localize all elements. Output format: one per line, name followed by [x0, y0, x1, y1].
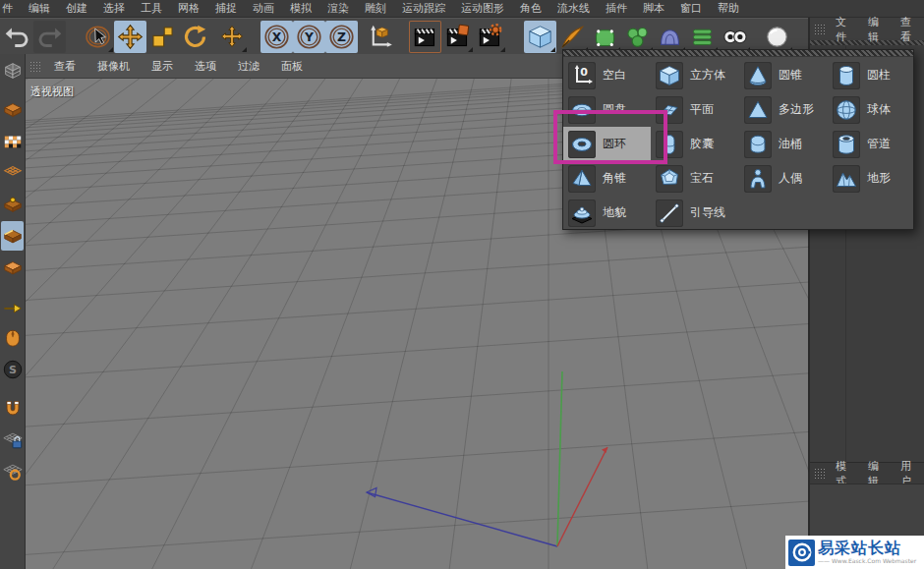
menu-item-select[interactable]: 选择 [95, 1, 133, 16]
lock-z-axis-button[interactable]: Z [325, 21, 358, 53]
scale-tool-button[interactable] [146, 21, 179, 53]
panel-grip-icon[interactable] [29, 61, 42, 72]
menu-item-cube[interactable]: 立方体 [651, 58, 738, 92]
om-menu-file[interactable]: 文件 [830, 15, 859, 44]
menu-item-mesh[interactable]: 网格 [170, 1, 207, 16]
menu-item-cone[interactable]: 圆锥 [739, 58, 827, 92]
menu-item-script[interactable]: 脚本 [635, 1, 672, 16]
menu-item-plugins[interactable]: 插件 [598, 1, 635, 16]
menu-item-tube[interactable]: 管道 [828, 127, 915, 161]
axis-modify-button[interactable] [1, 56, 24, 85]
vp-menu-filter[interactable]: 过滤 [228, 59, 269, 74]
rotate-tool-button[interactable] [179, 21, 211, 53]
vp-menu-display[interactable]: 显示 [142, 59, 183, 74]
undo-button[interactable] [1, 21, 33, 53]
points-mode-button[interactable] [1, 190, 24, 219]
vp-menu-view[interactable]: 查看 [44, 59, 86, 74]
menu-item-pipeline[interactable]: 流水线 [549, 1, 598, 16]
menu-tear-off-strip[interactable] [563, 50, 913, 57]
lock-x-axis-button[interactable]: X [260, 21, 293, 53]
subdivision-surface-button[interactable] [589, 21, 621, 53]
menu-item-pyramid[interactable]: 角锥 [563, 161, 651, 196]
menu-item-gem[interactable]: 宝石 [651, 161, 738, 196]
last-used-tool-button[interactable] [215, 21, 248, 53]
lock-y-axis-button[interactable]: Y [293, 21, 325, 53]
vp-menu-cameras[interactable]: 摄像机 [87, 59, 140, 74]
live-selection-button[interactable] [82, 21, 114, 53]
menu-item-create[interactable]: 创建 [58, 1, 95, 16]
om-menu-edit[interactable]: 编辑 [862, 15, 892, 44]
render-view-button[interactable] [409, 21, 441, 53]
menu-item-null[interactable]: 0 空白 [563, 58, 651, 92]
edges-mode-button[interactable] [1, 221, 24, 251]
viewport-solo-icon [2, 326, 24, 350]
menu-item-disc[interactable]: 圆盘 [563, 92, 651, 127]
menu-item-character[interactable]: 角色 [512, 1, 549, 16]
menu-item-figure[interactable]: 人偶 [739, 161, 827, 196]
render-settings-button[interactable] [474, 21, 506, 53]
vp-menu-panel[interactable]: 面板 [271, 59, 313, 74]
render-picture-viewer-icon [444, 24, 471, 50]
texture-mode-button[interactable] [1, 127, 24, 156]
svg-text:0: 0 [580, 66, 588, 79]
menu-item-oil-tank[interactable]: 油桶 [739, 127, 827, 161]
menu-item-window[interactable]: 窗口 [672, 1, 710, 16]
menu-item-sphere[interactable]: 球体 [828, 92, 915, 127]
attribute-manager-header: 模式 编辑 用户 [810, 462, 924, 484]
menu-item-relief[interactable]: 地貌 [563, 196, 651, 230]
generators-button[interactable] [621, 21, 654, 53]
menu-item-torus[interactable]: 圆环 [563, 127, 651, 161]
menu-item-plane[interactable]: 平面 [651, 92, 738, 127]
menu-item-capsule[interactable]: 胶囊 [651, 127, 738, 161]
pen-spline-button[interactable] [556, 21, 589, 53]
menu-item-edit[interactable]: 编辑 [21, 1, 58, 16]
tracks-button[interactable] [719, 21, 751, 53]
render-picture-viewer-button[interactable] [441, 21, 474, 53]
magnet-snap-button[interactable] [1, 394, 24, 424]
menu-item-landscape[interactable]: 地形 [828, 161, 915, 196]
menu-item-file[interactable]: 件 [0, 1, 21, 16]
model-mode-button[interactable] [1, 95, 24, 125]
menu-item-animate[interactable]: 动画 [245, 1, 282, 16]
generators-icon [624, 24, 651, 50]
menu-item-render[interactable]: 渲染 [319, 1, 357, 16]
menu-item-cylinder[interactable]: 圆柱 [828, 58, 915, 92]
primitives-column-1: 0 空白 圆盘 圆环 角锥 地貌 [563, 58, 651, 230]
workplane-lock-button[interactable] [1, 426, 24, 455]
object-manager-header: 文件 编辑 查看 [810, 18, 924, 40]
menu-item-polygon[interactable]: 多边形 [739, 92, 827, 127]
menu-item-motion-tracker[interactable]: 运动跟踪 [394, 1, 453, 16]
capsule-icon [658, 133, 681, 156]
deformers-button[interactable] [654, 21, 686, 53]
quantize-button[interactable] [1, 457, 24, 486]
coordinate-system-icon [367, 24, 393, 50]
menu-item-tools[interactable]: 工具 [133, 1, 170, 16]
menu-item-guide[interactable]: 引导线 [651, 196, 738, 230]
om-menu-view[interactable]: 查看 [895, 15, 924, 44]
viewport-solo-button[interactable] [1, 323, 24, 353]
redo-button[interactable] [33, 21, 66, 53]
guide-icon [658, 201, 681, 225]
volume-button[interactable] [761, 21, 793, 53]
menu-item-help[interactable]: 帮助 [710, 1, 747, 16]
render-settings-icon [477, 24, 503, 50]
menu-item-simulate[interactable]: 模拟 [282, 1, 319, 16]
menu-item-mograph[interactable]: 运动图形 [453, 1, 512, 16]
menu-item-sculpt[interactable]: 雕刻 [357, 1, 394, 16]
menu-item-snap[interactable]: 捕捉 [207, 1, 245, 16]
points-mode-icon [2, 193, 24, 216]
workplane-mode-button[interactable] [1, 158, 24, 188]
move-tool-button[interactable] [114, 21, 146, 53]
model-mode-icon [2, 98, 24, 122]
snap-off-button[interactable]: S [1, 355, 24, 384]
enable-axis-button[interactable] [1, 292, 24, 321]
x-axis-line [557, 447, 607, 546]
polygons-mode-button[interactable] [1, 253, 24, 282]
coordinate-system-button[interactable] [358, 21, 401, 53]
vp-menu-options[interactable]: 选项 [185, 59, 226, 74]
panel-grip-icon[interactable] [814, 24, 827, 34]
panel-grip-icon[interactable] [814, 468, 827, 479]
fields-button[interactable] [686, 21, 719, 53]
enable-axis-icon [2, 295, 24, 318]
add-primitive-button[interactable] [524, 21, 556, 53]
